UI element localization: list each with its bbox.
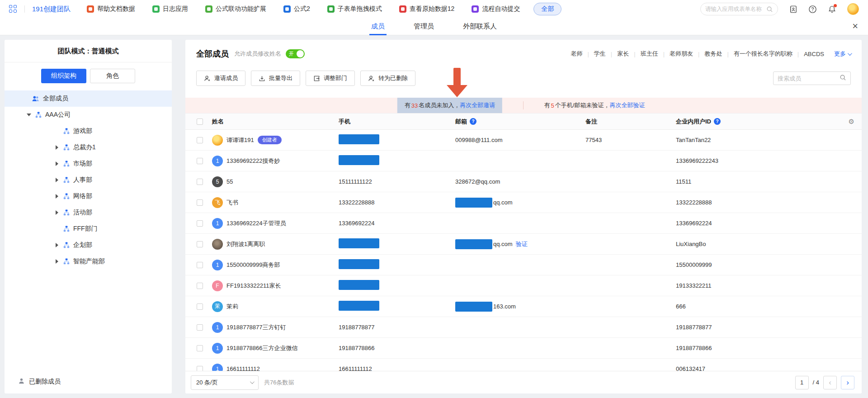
org-structure-button[interactable]: 组织架构 <box>41 69 86 83</box>
role-filter-link[interactable]: 家长 <box>617 50 629 58</box>
next-page-button[interactable]: › <box>841 376 854 389</box>
row-checkbox[interactable] <box>197 345 203 351</box>
role-filter-link[interactable]: 老师 <box>571 50 582 58</box>
email-help-icon[interactable]: ? <box>470 118 476 125</box>
member-name[interactable]: 刘翔波1离离职 <box>226 240 265 248</box>
app-tab[interactable]: 流程自动提交 <box>472 5 520 13</box>
app-tab[interactable]: 公式2 <box>283 5 310 13</box>
tree-item-all-members[interactable]: 全部成员 <box>5 90 172 107</box>
app-icon <box>87 5 94 13</box>
member-name[interactable]: 16611111112 <box>226 365 260 371</box>
member-name[interactable]: 19188778866三方企业微信 <box>226 344 298 352</box>
row-checkbox[interactable] <box>197 366 203 371</box>
select-all-checkbox[interactable] <box>197 118 203 125</box>
caret-icon[interactable] <box>54 210 60 215</box>
role-filter-link[interactable]: 班主任 <box>641 50 658 58</box>
page-size-select[interactable]: 20 条/页 <box>191 375 259 390</box>
role-button[interactable]: 角色 <box>90 69 135 83</box>
row-checkbox[interactable] <box>197 179 203 185</box>
user-avatar[interactable] <box>847 3 859 15</box>
column-settings-icon[interactable]: ⚙ <box>849 118 862 126</box>
caret-icon[interactable] <box>54 194 60 199</box>
member-name[interactable]: 19188778877三方钉钉 <box>226 323 286 332</box>
caret-icon[interactable] <box>54 161 60 166</box>
member-search-input[interactable] <box>778 75 840 82</box>
member-name[interactable]: FF19133322211家长 <box>226 282 281 290</box>
deleted-members-link[interactable]: 已删除成员 <box>5 370 172 393</box>
prev-page-button[interactable]: ‹ <box>823 376 837 389</box>
global-search-input[interactable] <box>705 6 766 12</box>
member-name[interactable]: 茉莉 <box>226 303 238 311</box>
app-tab[interactable]: 子表单拖拽模式 <box>327 5 382 13</box>
caret-icon[interactable] <box>54 259 60 264</box>
tree-item-department[interactable]: 市场部 <box>5 156 172 172</box>
row-checkbox[interactable] <box>197 158 203 164</box>
close-icon[interactable]: × <box>852 21 858 31</box>
batch-export-button[interactable]: 批量导出 <box>251 71 300 86</box>
tree-item-department[interactable]: FFF部门 <box>5 221 172 237</box>
member-name[interactable]: 飞书 <box>226 199 238 207</box>
help-icon[interactable] <box>808 5 817 14</box>
tree-item-department[interactable]: AAA公司 <box>5 107 172 123</box>
notice-divider <box>523 101 524 109</box>
member-name[interactable]: 谭谭谭191 <box>226 136 254 144</box>
caret-icon[interactable] <box>54 178 60 182</box>
role-filter-link[interactable]: 学生 <box>594 50 606 58</box>
current-page-input[interactable]: 1 <box>795 376 809 389</box>
tree-item-department[interactable]: 总裁办1 <box>5 139 172 156</box>
role-separator: | <box>698 51 699 57</box>
row-checkbox[interactable] <box>197 303 203 310</box>
rename-toggle[interactable]: 开 <box>286 49 305 58</box>
row-checkbox[interactable] <box>197 324 203 331</box>
row-checkbox[interactable] <box>197 241 203 247</box>
caret-icon[interactable] <box>26 114 32 116</box>
team-mode-title: 团队模式：普通模式 <box>5 40 172 62</box>
app-tab[interactable]: 帮助文档数据 <box>87 5 135 13</box>
member-name[interactable]: 15500009999商务部 <box>226 261 280 269</box>
apps-grid-icon[interactable] <box>9 5 17 13</box>
notification-bell-icon[interactable] <box>828 5 836 14</box>
app-tab[interactable]: 公式联动功能扩展 <box>205 5 266 13</box>
all-apps-pill[interactable]: 全部 <box>533 3 561 15</box>
tree-item-department[interactable]: 智能产能部 <box>5 253 172 270</box>
app-tab[interactable]: 日志应用 <box>152 5 188 13</box>
userid-help-icon[interactable]: ? <box>714 118 721 125</box>
global-search[interactable] <box>700 3 778 15</box>
reverify-all-link[interactable]: 再次全部验证 <box>609 101 645 109</box>
member-search[interactable] <box>773 71 851 85</box>
app-tab[interactable]: 查看原始数据12 <box>399 5 455 13</box>
role-filter-link[interactable]: 有一个很长名字的职称 <box>734 50 793 58</box>
tree-item-department[interactable]: 网络部 <box>5 188 172 204</box>
role-filter-link[interactable]: 教务处 <box>704 50 722 58</box>
row-checkbox[interactable] <box>197 220 203 227</box>
contacts-icon[interactable] <box>789 5 797 14</box>
row-checkbox[interactable] <box>197 137 203 143</box>
tree-item-department[interactable]: 游戏部 <box>5 123 172 139</box>
row-checkbox[interactable] <box>197 199 203 206</box>
tree-item-department[interactable]: 企划部 <box>5 237 172 253</box>
member-avatar: 茉 <box>212 301 223 312</box>
page-tab[interactable]: 外部联系人 <box>463 18 497 35</box>
more-roles-link[interactable]: 更多 <box>834 50 851 58</box>
invite-member-button[interactable]: 邀请成员 <box>196 71 245 86</box>
adjust-department-button[interactable]: 调整部门 <box>306 71 355 86</box>
move-to-deleted-button[interactable]: 转为已删除 <box>360 71 415 86</box>
tree-item-department[interactable]: 人事部 <box>5 172 172 188</box>
member-name[interactable]: 13369692222摸奇妙 <box>226 157 280 165</box>
userid-cell: 1336969222243 <box>676 157 841 164</box>
reinvite-all-link[interactable]: 再次全部邀请 <box>460 101 495 109</box>
member-name[interactable]: 13369692224子管理员 <box>226 219 286 227</box>
pagination: 1 / 4 ‹ › <box>795 376 854 389</box>
member-name[interactable]: 55 <box>226 178 233 185</box>
row-checkbox[interactable] <box>197 283 203 289</box>
caret-icon[interactable] <box>54 145 60 150</box>
tree-item-department[interactable]: 活动部 <box>5 204 172 221</box>
role-filter-link[interactable]: 老师朋友 <box>670 50 693 58</box>
page-tab[interactable]: 成员 <box>371 18 385 35</box>
row-checkbox[interactable] <box>197 262 203 268</box>
role-filter-link[interactable]: ABCDS <box>804 51 824 57</box>
team-name-link[interactable]: 191创建团队 <box>32 5 71 14</box>
verify-link[interactable]: 验证 <box>516 240 528 248</box>
caret-icon[interactable] <box>54 243 60 247</box>
page-tab[interactable]: 管理员 <box>414 18 434 35</box>
